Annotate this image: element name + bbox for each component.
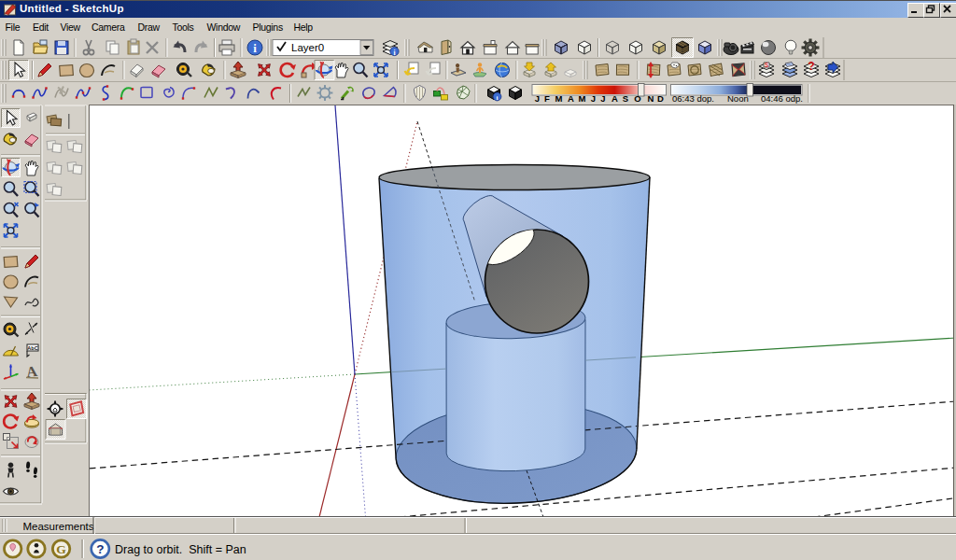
svg-text:J: J: [600, 93, 605, 104]
svg-text:Noon: Noon: [727, 93, 749, 104]
svg-text:Layer0: Layer0: [291, 42, 324, 53]
svg-text:S: S: [765, 62, 769, 68]
svg-text:Drag to orbit. Shift = Pan: Drag to orbit. Shift = Pan: [115, 543, 246, 556]
svg-text:D: D: [657, 93, 664, 104]
svg-text:M: M: [579, 93, 586, 104]
svg-text:?: ?: [96, 542, 104, 556]
svg-text:F: F: [544, 93, 550, 104]
svg-text:S: S: [623, 93, 628, 104]
svg-text:06:43 dop.: 06:43 dop.: [672, 93, 714, 104]
svg-text:A: A: [612, 93, 618, 104]
svg-text:J: J: [535, 93, 540, 104]
svg-text:N: N: [648, 93, 654, 104]
svg-text:M: M: [555, 93, 563, 104]
svg-text:i: i: [393, 49, 395, 57]
svg-text:i: i: [253, 41, 257, 55]
svg-text:Measurements: Measurements: [23, 521, 94, 532]
svg-text:?: ?: [808, 60, 814, 73]
svg-text:AbC: AbC: [27, 345, 37, 351]
svg-text:A: A: [568, 93, 574, 104]
svg-text:O: O: [634, 93, 640, 104]
svg-text:04:46 odp.: 04:46 odp.: [761, 93, 803, 104]
svg-text:J: J: [591, 93, 596, 104]
svg-text:G: G: [56, 542, 66, 556]
